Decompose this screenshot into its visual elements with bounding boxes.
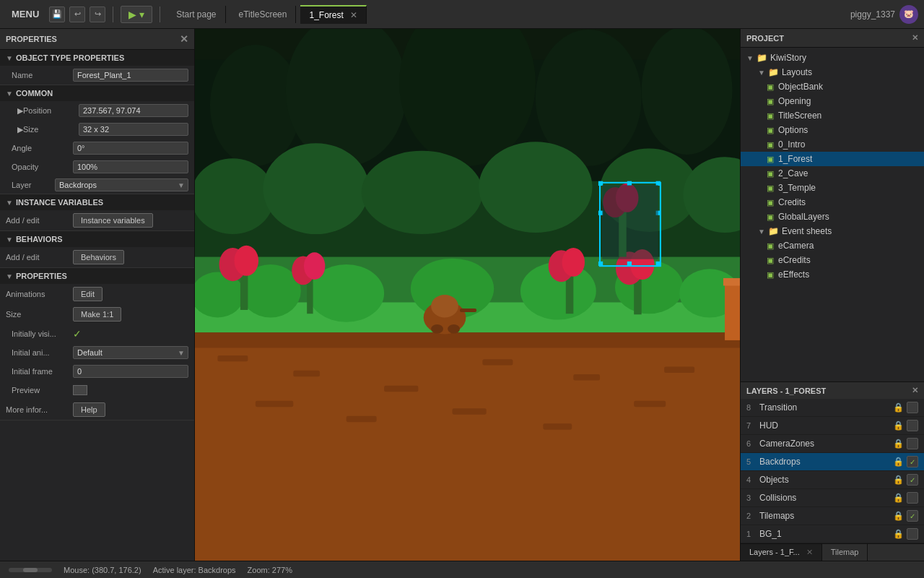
file-icon-ecamera: ▣ [767,241,774,251]
tree-item-ecamera[interactable]: ▣ eCamera [741,238,924,253]
tab-close-icon[interactable]: ✕ [350,10,357,20]
statusbar: Mouse: (380.7, 176.2) Active layer: Back… [0,561,924,578]
layer-3-vis[interactable] [907,492,918,504]
opacity-value[interactable]: 100% [73,160,188,173]
undo-icon[interactable]: ↩ [69,7,85,22]
layer-8-vis[interactable] [907,402,918,413]
scene-container[interactable] [195,29,740,561]
tree-item-globallayers[interactable]: ▣ GlobalLayers [741,210,924,224]
position-value[interactable]: 237.567, 97.074 [79,104,188,117]
layer-7-vis[interactable] [907,420,918,431]
project-close-icon[interactable]: ✕ [912,33,918,43]
svg-point-38 [235,246,259,276]
project-tree: ▼ 📁 KiwiStory ▼ 📁 Layouts ▣ ObjectBank ▣… [741,48,924,381]
tree-item-1forest[interactable]: ▣ 1_Forest [741,152,924,166]
animations-button[interactable]: Edit [73,287,103,301]
common-header[interactable]: ▼ COMMON [0,85,194,101]
angle-value[interactable]: 0° [73,142,188,155]
layer-4-vis[interactable]: ✓ [907,474,918,486]
svg-rect-27 [384,386,418,392]
bottom-tab-layers-close[interactable]: ✕ [806,548,813,556]
tree-item-2cave[interactable]: ▣ 2_Cave [741,166,924,181]
size-value[interactable]: 32 x 32 [79,123,188,136]
layer-1-lock-icon[interactable]: 🔒 [893,529,904,539]
redo-icon[interactable]: ↪ [90,7,105,22]
tree-item-eeffects[interactable]: ▣ eEffects [741,267,924,282]
avatar[interactable]: 🐷 [899,5,918,24]
layer-4-objects[interactable]: 4 Objects 🔒 ✓ [741,471,924,489]
initially-visible-checkbox[interactable]: ✓ [73,328,82,340]
layer-8-transition[interactable]: 8 Transition 🔒 [741,399,924,417]
layer-3-collisions[interactable]: 3 Collisions 🔒 [741,489,924,507]
layer-select[interactable]: Backdrops Objects HUD Tilemaps Collision… [55,178,188,191]
tree-root[interactable]: ▼ 📁 KiwiStory [741,51,924,65]
layer-1-vis[interactable] [907,528,918,540]
behaviors-button[interactable]: Behaviors [73,250,124,264]
layer-6-vis[interactable] [907,438,918,449]
layout-globallayers-label: GlobalLayers [778,212,829,222]
layout-3temple-label: 3_Temple [778,183,816,193]
tree-item-ecredits[interactable]: ▣ eCredits [741,253,924,267]
help-button[interactable]: Help [73,402,105,417]
user-area: piggy_1337 🐷 [850,5,918,24]
layer-1-bg[interactable]: 1 BG_1 🔒 [741,525,924,543]
canvas-area[interactable] [195,29,740,561]
layer-7-lock-icon[interactable]: 🔒 [893,420,904,431]
menu-button[interactable]: MENU [6,6,45,22]
layout-objectbank-label: ObjectBank [778,82,823,92]
tab-1-forest[interactable]: 1_Forest ✕ [300,5,367,24]
file-icon-objectbank: ▣ [767,82,774,92]
object-type-header[interactable]: ▼ OBJECT TYPE PROPERTIES [0,50,194,66]
layer-5-backdrops[interactable]: 5 Backdrops 🔒 ✓ [741,453,924,471]
layer-2-lock-icon[interactable]: 🔒 [893,511,904,521]
size-make-button[interactable]: Make 1:1 [73,307,121,322]
svg-rect-28 [482,359,513,365]
file-icon-opening: ▣ [767,97,774,106]
tab-start-page[interactable]: Start page [167,6,225,23]
preview-color [73,385,87,395]
initial-frame-value[interactable]: 0 [73,365,188,378]
tree-item-titlescreen[interactable]: ▣ TitleScreen [741,108,924,123]
tree-item-options[interactable]: ▣ Options [741,123,924,137]
layout-credits-label: Credits [778,197,806,207]
bottom-tab-layers[interactable]: Layers - 1_F... ✕ [741,544,822,561]
properties-panel-header: PROPERTIES ✕ [0,29,194,50]
behaviors-header[interactable]: ▼ BEHAVIORS [0,231,194,247]
props-section-header[interactable]: ▼ PROPERTIES [0,268,194,284]
layer-3-lock-icon[interactable]: 🔒 [893,493,904,503]
layer-4-lock-icon[interactable]: 🔒 [893,475,904,485]
svg-point-46 [448,324,460,334]
layer-5-vis[interactable]: ✓ [907,456,918,467]
layers-panel: LAYERS - 1_FOREST ✕ 8 Transition 🔒 7 HUD… [741,381,924,543]
layer-7-hud[interactable]: 7 HUD 🔒 [741,417,924,435]
layer-2-tilemaps[interactable]: 2 Tilemaps 🔒 ✓ [741,507,924,525]
tree-item-objectbank[interactable]: ▣ ObjectBank [741,79,924,94]
object-type-label: OBJECT TYPE PROPERTIES [16,53,124,62]
instance-variables-header[interactable]: ▼ INSTANCE VARIABLES [0,194,194,210]
tree-item-credits[interactable]: ▣ Credits [741,195,924,210]
initial-ani-select[interactable]: Default [73,346,188,359]
layer-5-lock-icon[interactable]: 🔒 [893,457,904,467]
save-icon[interactable]: 💾 [49,7,65,22]
layer-6-camerazones[interactable]: 6 CameraZones 🔒 [741,435,924,453]
svg-rect-53 [725,280,740,340]
instance-variables-add-label: Add / edit [6,216,67,225]
tree-item-3temple[interactable]: ▣ 3_Temple [741,181,924,195]
properties-close-icon[interactable]: ✕ [180,33,188,45]
behaviors-row: Add / edit Behaviors [0,247,194,267]
layers-close-icon[interactable]: ✕ [912,386,918,395]
layer-8-lock-icon[interactable]: 🔒 [893,402,904,413]
play-button[interactable]: ▶ ▾ [121,6,152,23]
tab-etitlescreen[interactable]: eTitleScreen [230,6,297,23]
layer-2-vis[interactable]: ✓ [907,510,918,522]
layer-6-lock-icon[interactable]: 🔒 [893,439,904,449]
tree-layouts[interactable]: ▼ 📁 Layouts [741,65,924,79]
svg-point-49 [562,248,585,277]
layout-titlescreen-label: TitleScreen [778,111,821,121]
tree-item-0intro[interactable]: ▣ 0_Intro [741,137,924,152]
tree-event-sheets[interactable]: ▼ 📁 Event sheets [741,224,924,238]
position-arrow: ▶ [17,106,23,116]
instance-variables-button[interactable]: Instance variables [73,213,153,228]
tree-item-opening[interactable]: ▣ Opening [741,94,924,108]
bottom-tab-tilemap[interactable]: Tilemap [822,544,868,561]
